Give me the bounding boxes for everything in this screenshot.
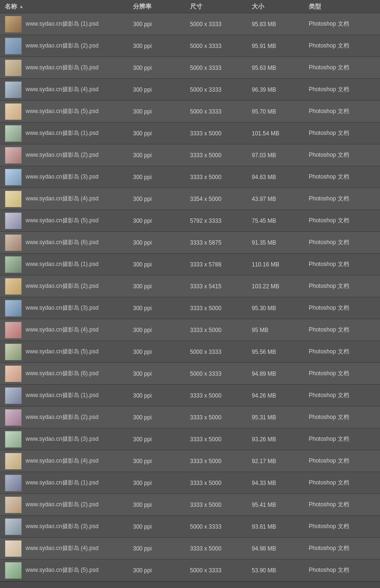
table-row[interactable]: www.sydao.cn摄影岛 (2).psd 300 ppi 3333 x 5…	[0, 144, 380, 166]
header-filesize[interactable]: 大小	[249, 2, 306, 11]
thumbnail-9	[5, 190, 22, 208]
cell-name-2: www.sydao.cn摄影岛 (2).psd	[2, 35, 130, 57]
filename-label: www.sydao.cn摄影岛 (4).psd	[26, 195, 98, 203]
cell-filesize-1: 95.83 MB	[249, 13, 306, 35]
file-browser: 名称 ▲ 分辨率 尺寸 大小 类型 www.sydao.cn摄影岛 (1).ps…	[0, 0, 380, 588]
cell-filesize-5: 95.70 MB	[249, 101, 306, 122]
cell-name-23: www.sydao.cn摄影岛 (2).psd	[2, 494, 130, 515]
cell-resolution-4: 300 ppi	[130, 79, 187, 100]
thumbnail-21	[5, 453, 22, 470]
header-resolution[interactable]: 分辨率	[130, 2, 187, 11]
table-row[interactable]: www.sydao.cn摄影岛 (2).psd 300 ppi 3333 x 5…	[0, 407, 380, 428]
cell-dimensions-1: 5000 x 3333	[187, 13, 249, 35]
cell-dimensions-15: 3333 x 5000	[187, 319, 249, 341]
cell-name-5: www.sydao.cn摄影岛 (5).psd	[2, 101, 130, 122]
cell-name-11: www.sydao.cn摄影岛 (6).psd	[2, 232, 130, 253]
table-row[interactable]: www.sydao.cn摄影岛 (4).psd 300 ppi 3333 x 5…	[0, 538, 380, 560]
cell-filesize-25: 94.98 MB	[249, 538, 306, 559]
cell-dimensions-3: 5000 x 3333	[187, 57, 249, 78]
cell-filesize-4: 96.39 MB	[249, 79, 306, 100]
cell-type-20: Photoshop 文档	[306, 428, 378, 450]
table-row[interactable]: www.sydao.cn摄影岛 (1).psd 300 ppi 3333 x 5…	[0, 385, 380, 407]
filename-label: www.sydao.cn摄影岛 (6).psd	[26, 238, 98, 247]
footer-bar: Photoshop	[0, 581, 380, 588]
cell-name-19: www.sydao.cn摄影岛 (2).psd	[2, 407, 130, 428]
cell-filesize-10: 75.45 MB	[249, 210, 306, 231]
table-row[interactable]: www.sydao.cn摄影岛 (5).psd 300 ppi 5792 x 3…	[0, 210, 380, 232]
cell-resolution-10: 300 ppi	[130, 210, 187, 231]
filename-label: www.sydao.cn摄影岛 (6).psd	[26, 370, 98, 378]
cell-name-3: www.sydao.cn摄影岛 (3).psd	[2, 57, 130, 78]
table-row[interactable]: www.sydao.cn摄影岛 (5).psd 300 ppi 5000 x 3…	[0, 101, 380, 123]
cell-dimensions-11: 3333 x 5875	[187, 232, 249, 253]
table-row[interactable]: www.sydao.cn摄影岛 (5).psd 300 ppi 5000 x 3…	[0, 560, 380, 581]
filename-label: www.sydao.cn摄影岛 (2).psd	[26, 42, 98, 50]
cell-filesize-6: 101.54 MB	[249, 123, 306, 144]
table-row[interactable]: www.sydao.cn摄影岛 (3).psd 300 ppi 5000 x 3…	[0, 516, 380, 538]
header-name[interactable]: 名称 ▲	[2, 2, 130, 11]
cell-type-15: Photoshop 文档	[306, 319, 378, 341]
cell-name-10: www.sydao.cn摄影岛 (5).psd	[2, 210, 130, 231]
thumbnail-23	[5, 496, 22, 513]
cell-resolution-16: 300 ppi	[130, 341, 187, 362]
filename-label: www.sydao.cn摄影岛 (3).psd	[26, 64, 98, 72]
cell-dimensions-19: 3333 x 5000	[187, 407, 249, 428]
table-row[interactable]: www.sydao.cn摄影岛 (3).psd 300 ppi 3333 x 5…	[0, 166, 380, 188]
cell-filesize-18: 94.26 MB	[249, 385, 306, 406]
header-dimensions[interactable]: 尺寸	[187, 2, 249, 11]
cell-type-4: Photoshop 文档	[306, 79, 378, 100]
table-row[interactable]: www.sydao.cn摄影岛 (6).psd 300 ppi 3333 x 5…	[0, 232, 380, 254]
table-row[interactable]: www.sydao.cn摄影岛 (3).psd 300 ppi 3333 x 5…	[0, 428, 380, 450]
cell-resolution-7: 300 ppi	[130, 144, 187, 166]
table-row[interactable]: www.sydao.cn摄影岛 (4).psd 300 ppi 3333 x 5…	[0, 319, 380, 341]
cell-dimensions-14: 3333 x 5000	[187, 297, 249, 319]
filename-label: www.sydao.cn摄影岛 (4).psd	[26, 457, 98, 465]
table-header: 名称 ▲ 分辨率 尺寸 大小 类型	[0, 0, 380, 13]
table-row[interactable]: www.sydao.cn摄影岛 (4).psd 300 ppi 3354 x 5…	[0, 188, 380, 210]
table-row[interactable]: www.sydao.cn摄影岛 (5).psd 300 ppi 5000 x 3…	[0, 341, 380, 363]
table-row[interactable]: www.sydao.cn摄影岛 (6).psd 300 ppi 5000 x 3…	[0, 363, 380, 385]
cell-resolution-9: 300 ppi	[130, 188, 187, 209]
cell-filesize-13: 103.22 MB	[249, 275, 306, 297]
table-row[interactable]: www.sydao.cn摄影岛 (1).psd 300 ppi 5000 x 3…	[0, 13, 380, 35]
table-row[interactable]: www.sydao.cn摄影岛 (1).psd 300 ppi 3333 x 5…	[0, 123, 380, 144]
thumbnail-19	[5, 409, 22, 426]
table-row[interactable]: www.sydao.cn摄影岛 (4).psd 300 ppi 3333 x 5…	[0, 450, 380, 472]
cell-resolution-5: 300 ppi	[130, 101, 187, 122]
cell-resolution-17: 300 ppi	[130, 363, 187, 384]
cell-resolution-14: 300 ppi	[130, 297, 187, 319]
filename-label: www.sydao.cn摄影岛 (2).psd	[26, 282, 98, 290]
cell-filesize-23: 95.41 MB	[249, 494, 306, 515]
thumbnail-22	[5, 474, 22, 492]
cell-type-10: Photoshop 文档	[306, 210, 378, 231]
table-row[interactable]: www.sydao.cn摄影岛 (1).psd 300 ppi 3333 x 5…	[0, 254, 380, 275]
cell-filesize-16: 95.56 MB	[249, 341, 306, 362]
thumbnail-12	[5, 256, 22, 273]
cell-filesize-26: 53.90 MB	[249, 560, 306, 581]
table-row[interactable]: www.sydao.cn摄影岛 (2).psd 300 ppi 5000 x 3…	[0, 35, 380, 57]
header-type[interactable]: 类型	[306, 2, 378, 11]
cell-dimensions-2: 5000 x 3333	[187, 35, 249, 57]
cell-filesize-3: 95.63 MB	[249, 57, 306, 78]
filename-label: www.sydao.cn摄影岛 (5).psd	[26, 566, 98, 574]
table-row[interactable]: www.sydao.cn摄影岛 (4).psd 300 ppi 5000 x 3…	[0, 79, 380, 101]
table-row[interactable]: www.sydao.cn摄影岛 (3).psd 300 ppi 3333 x 5…	[0, 297, 380, 319]
cell-dimensions-13: 3333 x 5415	[187, 275, 249, 297]
table-row[interactable]: www.sydao.cn摄影岛 (3).psd 300 ppi 5000 x 3…	[0, 57, 380, 79]
cell-dimensions-23: 3333 x 5000	[187, 494, 249, 515]
cell-type-1: Photoshop 文档	[306, 13, 378, 35]
table-row[interactable]: www.sydao.cn摄影岛 (2).psd 300 ppi 3333 x 5…	[0, 275, 380, 297]
filename-label: www.sydao.cn摄影岛 (4).psd	[26, 85, 98, 94]
filename-label: www.sydao.cn摄影岛 (1).psd	[26, 479, 98, 487]
cell-dimensions-8: 3333 x 5000	[187, 166, 249, 188]
cell-filesize-7: 97.03 MB	[249, 144, 306, 166]
cell-resolution-24: 300 ppi	[130, 516, 187, 537]
cell-dimensions-4: 5000 x 3333	[187, 79, 249, 100]
cell-name-13: www.sydao.cn摄影岛 (2).psd	[2, 275, 130, 297]
cell-dimensions-18: 3333 x 5000	[187, 385, 249, 406]
table-row[interactable]: www.sydao.cn摄影岛 (1).psd 300 ppi 3333 x 5…	[0, 472, 380, 494]
thumbnail-15	[5, 322, 22, 339]
table-row[interactable]: www.sydao.cn摄影岛 (2).psd 300 ppi 3333 x 5…	[0, 494, 380, 516]
cell-name-8: www.sydao.cn摄影岛 (3).psd	[2, 166, 130, 188]
filename-label: www.sydao.cn摄影岛 (5).psd	[26, 348, 98, 356]
